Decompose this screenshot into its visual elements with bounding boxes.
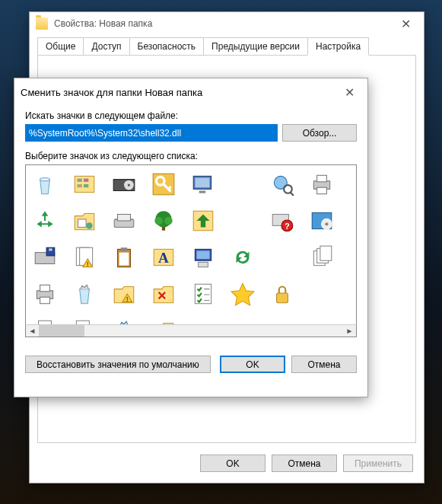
- blank-icon: [307, 279, 336, 308]
- path-row: Обзор...: [25, 124, 357, 142]
- help-settings-icon[interactable]: ?: [268, 206, 297, 235]
- apply-button[interactable]: Применить: [343, 455, 413, 472]
- star-favorite-icon[interactable]: [228, 279, 257, 308]
- key-icon[interactable]: [149, 170, 178, 199]
- svg-rect-13: [199, 191, 206, 193]
- checklist-icon[interactable]: [189, 279, 218, 308]
- tab-general[interactable]: Общие: [37, 37, 84, 56]
- tab-previous-versions[interactable]: Предыдущие версии: [203, 37, 308, 56]
- svg-rect-41: [119, 253, 129, 266]
- svg-rect-3: [84, 179, 88, 182]
- printer-icon[interactable]: [307, 170, 336, 199]
- scroll-track[interactable]: [39, 325, 343, 337]
- path-input[interactable]: [25, 124, 278, 142]
- tree-icon[interactable]: [149, 206, 178, 235]
- restore-defaults-button[interactable]: Восстановить значения по умолчанию: [25, 356, 211, 373]
- svg-point-26: [164, 217, 173, 225]
- svg-rect-52: [40, 285, 50, 292]
- svg-rect-18: [317, 187, 327, 194]
- svg-rect-47: [199, 262, 208, 266]
- clipboard-icon[interactable]: [110, 243, 138, 272]
- svg-rect-56: [277, 293, 288, 303]
- dialog-title: Сменить значок для папки Новая папка: [21, 87, 334, 98]
- scroll-thumb[interactable]: [39, 325, 84, 337]
- properties-buttons: OK Отмена Применить: [200, 455, 413, 472]
- svg-rect-57: [39, 321, 52, 324]
- setup-folder-icon[interactable]: [70, 206, 99, 235]
- documents-stack-icon[interactable]: [307, 243, 336, 272]
- svg-rect-50: [320, 246, 332, 260]
- dialog-ok-button[interactable]: OK: [220, 356, 285, 373]
- display-settings-icon[interactable]: [189, 170, 218, 199]
- properties-titlebar: Свойства: Новая папка ✕: [30, 12, 424, 35]
- network-search-icon[interactable]: [268, 170, 297, 199]
- blank-icon: [228, 170, 257, 199]
- scroll-left-arrow[interactable]: ◄: [26, 325, 39, 337]
- tabs-row: Общие Доступ Безопасность Предыдущие вер…: [30, 37, 424, 56]
- dialog-buttons: Восстановить значения по умолчанию OK От…: [25, 356, 357, 373]
- svg-rect-12: [195, 178, 209, 188]
- printer2-icon[interactable]: [30, 279, 59, 308]
- icon-list[interactable]: ?!A!: [25, 164, 357, 324]
- change-icon-dialog: Сменить значок для папки Новая папка ✕ И…: [14, 78, 368, 397]
- scanner-icon[interactable]: [110, 206, 138, 235]
- ok-button[interactable]: OK: [200, 455, 266, 472]
- tab-security[interactable]: Безопасность: [129, 37, 205, 56]
- control-panel-icon[interactable]: [70, 170, 99, 199]
- tools-folder-icon[interactable]: [149, 279, 178, 308]
- dialog-body: Искать значки в следующем файле: Обзор..…: [14, 106, 367, 381]
- scroll-right-arrow[interactable]: ►: [343, 325, 356, 337]
- arrow-up-icon[interactable]: [189, 206, 218, 235]
- close-button[interactable]: ✕: [390, 14, 421, 33]
- svg-point-20: [86, 222, 93, 229]
- svg-rect-42: [121, 247, 128, 250]
- path-label: Искать значки в следующем файле:: [25, 110, 357, 121]
- programs-disc-icon[interactable]: [307, 206, 336, 235]
- blank-icon: [268, 243, 297, 272]
- svg-rect-36: [49, 248, 52, 250]
- cd-drive-icon[interactable]: [110, 170, 138, 199]
- horizontal-scrollbar[interactable]: ◄ ►: [25, 324, 357, 337]
- recycle-arrows-icon[interactable]: [30, 206, 59, 235]
- floppy-drive-icon[interactable]: [30, 243, 59, 272]
- recycle-full-blue-icon[interactable]: [110, 316, 138, 324]
- svg-text:A: A: [158, 250, 169, 266]
- lock-icon[interactable]: [268, 279, 297, 308]
- browse-button[interactable]: Обзор...: [282, 124, 357, 142]
- computer-desktop-icon[interactable]: [189, 243, 218, 272]
- svg-point-25: [154, 217, 163, 225]
- folder-icon: [36, 18, 48, 30]
- tab-customize[interactable]: Настройка: [307, 37, 369, 56]
- paint-folder-icon[interactable]: [149, 316, 178, 324]
- svg-point-8: [128, 183, 130, 186]
- svg-rect-59: [76, 321, 89, 324]
- svg-rect-17: [317, 175, 327, 182]
- cancel-button[interactable]: Отмена: [272, 455, 337, 472]
- svg-text:?: ?: [285, 222, 289, 231]
- folder-warning-icon[interactable]: !: [110, 279, 138, 308]
- recycle-bin-full-icon[interactable]: [70, 279, 99, 308]
- blank-icon: [228, 206, 257, 235]
- dialog-cancel-button[interactable]: Отмена: [291, 356, 357, 373]
- dialog-close-button[interactable]: ✕: [334, 82, 364, 102]
- svg-point-33: [325, 222, 328, 225]
- svg-text:!: !: [126, 295, 128, 303]
- dialog-titlebar: Сменить значок для папки Новая папка ✕: [14, 78, 367, 106]
- refresh-arrows-icon[interactable]: [228, 243, 257, 272]
- properties-title: Свойства: Новая папка: [54, 18, 390, 29]
- svg-rect-46: [197, 251, 210, 260]
- svg-rect-5: [84, 184, 88, 187]
- svg-rect-53: [40, 297, 50, 304]
- svg-text:!: !: [87, 260, 88, 268]
- svg-rect-4: [77, 184, 81, 187]
- font-a-icon[interactable]: A: [149, 243, 178, 272]
- svg-point-0: [40, 178, 50, 181]
- list-label: Выберите значок из следующего списка:: [25, 151, 357, 161]
- svg-rect-19: [78, 219, 87, 228]
- install-icon[interactable]: [70, 316, 99, 324]
- svg-rect-22: [118, 215, 131, 222]
- search-document-icon[interactable]: [30, 316, 59, 324]
- tab-access[interactable]: Доступ: [83, 37, 129, 56]
- document-warning-icon[interactable]: !: [70, 243, 99, 272]
- recycle-bin-empty-icon[interactable]: [30, 170, 59, 199]
